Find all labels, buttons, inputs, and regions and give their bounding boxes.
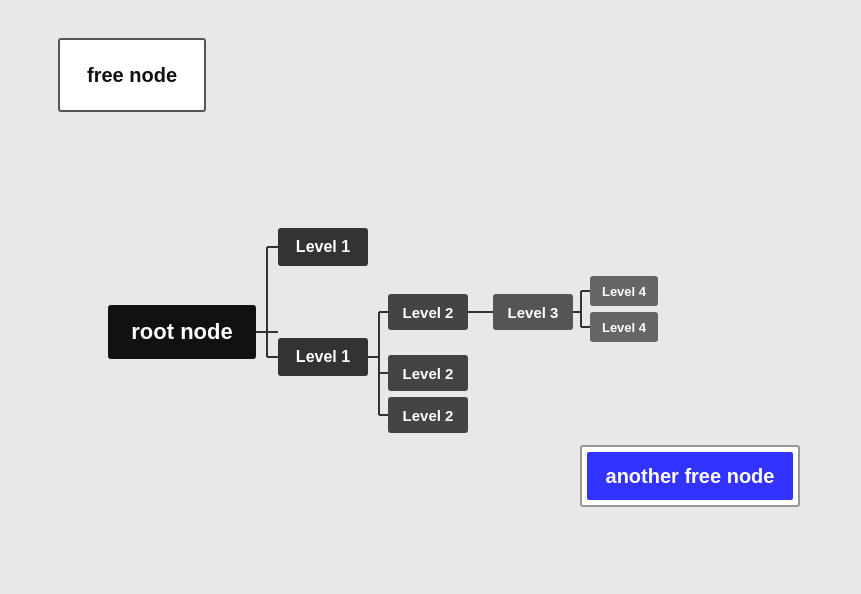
level1b-label: Level 1 xyxy=(296,348,350,366)
level4b-node[interactable]: Level 4 xyxy=(590,312,658,342)
free-node[interactable]: free node xyxy=(58,38,206,112)
level2b-label: Level 2 xyxy=(403,365,454,382)
level2b-node[interactable]: Level 2 xyxy=(388,355,468,391)
level1b-node[interactable]: Level 1 xyxy=(278,338,368,376)
level4a-node[interactable]: Level 4 xyxy=(590,276,658,306)
another-free-node-inner: another free node xyxy=(587,452,793,500)
level2c-label: Level 2 xyxy=(403,407,454,424)
level4b-label: Level 4 xyxy=(602,320,646,335)
level3-node[interactable]: Level 3 xyxy=(493,294,573,330)
another-free-node[interactable]: another free node xyxy=(580,445,800,507)
level1a-label: Level 1 xyxy=(296,238,350,256)
root-node-label: root node xyxy=(131,319,232,345)
level3-label: Level 3 xyxy=(508,304,559,321)
level2a-node[interactable]: Level 2 xyxy=(388,294,468,330)
root-node[interactable]: root node xyxy=(108,305,256,359)
level2c-node[interactable]: Level 2 xyxy=(388,397,468,433)
another-free-node-label: another free node xyxy=(606,465,775,488)
free-node-label: free node xyxy=(87,64,177,87)
level1a-node[interactable]: Level 1 xyxy=(278,228,368,266)
level4a-label: Level 4 xyxy=(602,284,646,299)
level2a-label: Level 2 xyxy=(403,304,454,321)
